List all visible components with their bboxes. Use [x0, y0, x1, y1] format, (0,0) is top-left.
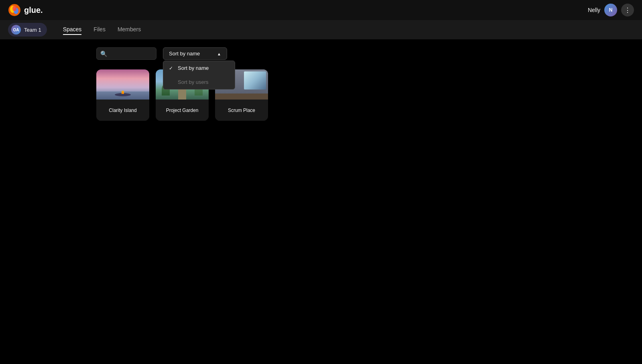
- nav-tabs: Spaces Files Members: [63, 24, 141, 35]
- project-garden-label: Project Garden: [156, 100, 209, 121]
- scrum-window: [244, 71, 266, 89]
- sort-by-users-label: Sort by users: [178, 79, 209, 85]
- clarity-island-label: Clarity Island: [96, 100, 149, 121]
- main-content: 🔍 Sort by name ✓ Sort by name Sort by us…: [0, 39, 642, 129]
- search-wrapper: 🔍: [96, 47, 156, 60]
- sort-button-label: Sort by name: [169, 51, 200, 57]
- top-bar: glue. Nelly N ⋮: [0, 0, 642, 20]
- logo-area: glue.: [8, 4, 43, 16]
- scrum-floor: [215, 94, 268, 100]
- svg-point-3: [12, 6, 16, 11]
- space-card-clarity-island[interactable]: Clarity Island: [96, 69, 149, 121]
- sort-chevron-up-icon: [217, 51, 221, 57]
- top-right-controls: Nelly N ⋮: [588, 4, 634, 16]
- clarity-fire: [122, 91, 124, 94]
- clarity-island-image: [96, 69, 149, 100]
- sort-dropdown-menu: ✓ Sort by name Sort by users: [163, 61, 235, 89]
- checkmark-icon: ✓: [169, 65, 175, 71]
- user-avatar[interactable]: N: [604, 4, 617, 16]
- search-icon: 🔍: [100, 51, 107, 57]
- controls-row: 🔍 Sort by name ✓ Sort by name Sort by us…: [96, 47, 546, 60]
- sort-by-name-label: Sort by name: [178, 65, 209, 71]
- sort-option-by-name[interactable]: ✓ Sort by name: [163, 61, 235, 75]
- glue-logo-icon: [8, 4, 21, 16]
- clarity-background: [96, 69, 149, 100]
- app-name: glue.: [24, 6, 43, 15]
- sort-button[interactable]: Sort by name: [163, 47, 227, 60]
- user-name-label: Nelly: [588, 7, 600, 13]
- tab-files[interactable]: Files: [93, 24, 106, 35]
- team-selector[interactable]: OA Team 1: [8, 23, 47, 37]
- more-options-button[interactable]: ⋮: [621, 4, 634, 16]
- scrum-window-pane: [244, 71, 266, 89]
- scrum-place-label: Scrum Place: [215, 100, 268, 121]
- tab-spaces[interactable]: Spaces: [63, 24, 82, 35]
- tab-members[interactable]: Members: [118, 24, 141, 35]
- team-name: Team 1: [24, 27, 41, 33]
- sub-nav: OA Team 1 Spaces Files Members: [0, 20, 642, 39]
- sort-dropdown-wrapper: Sort by name ✓ Sort by name Sort by user…: [163, 47, 227, 60]
- sort-option-by-users[interactable]: Sort by users: [163, 75, 235, 89]
- team-avatar: OA: [11, 25, 21, 35]
